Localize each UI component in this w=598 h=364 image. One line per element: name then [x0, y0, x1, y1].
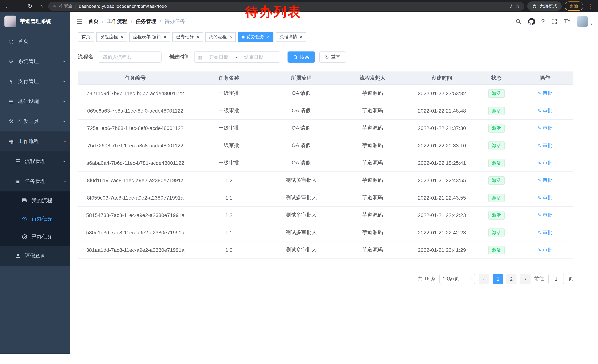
security-label: 不安全	[59, 3, 73, 9]
process-name-input[interactable]	[98, 51, 162, 63]
chevron-down-icon: ›	[62, 161, 67, 162]
tab-流程详情[interactable]: 流程详情×	[276, 32, 306, 42]
start-date-input[interactable]	[204, 54, 234, 60]
sidebar-item-基础设施[interactable]: ▤基础设施›	[0, 91, 70, 112]
help-icon[interactable]: ?	[541, 18, 545, 25]
tab-我的流程[interactable]: 我的流程×	[205, 32, 236, 42]
approve-link[interactable]: ✎审批	[537, 90, 552, 97]
incognito-badge: 无痕模式	[527, 1, 562, 11]
font-size-icon[interactable]: TT	[564, 18, 570, 25]
status-badge: 激活	[488, 106, 505, 115]
table-cell: 580e1b3d-7ac8-11ec-a9e2-a2380e71991a	[78, 230, 193, 235]
sidebar-item-任务管理[interactable]: ▣任务管理›	[0, 171, 70, 191]
approve-link[interactable]: ✎审批	[537, 125, 552, 131]
forward-button[interactable]: →	[15, 2, 23, 10]
status-badge: 激活	[488, 176, 505, 185]
tab-流程表单-编辑[interactable]: 流程表单-编辑×	[129, 32, 170, 42]
sidebar-item-首页[interactable]: ◷首页	[0, 32, 70, 51]
next-page-button[interactable]: ›	[520, 274, 531, 284]
table-cell: 芋道源码	[337, 125, 408, 131]
password-key-icon[interactable]: ⚷	[509, 3, 513, 9]
reset-button[interactable]: ↻ 重置	[319, 51, 346, 63]
tab-close-icon[interactable]: ×	[164, 34, 166, 39]
sidebar-item-已办任务[interactable]: 已办任务	[0, 228, 70, 246]
task-table: 任务编号任务名称所属流程流程发起人创建时间状态操作 73211d9d-7b9b-…	[78, 72, 573, 259]
prev-page-button[interactable]: ‹	[479, 274, 489, 284]
tab-close-icon[interactable]: ×	[196, 34, 199, 39]
active-tab-dot	[242, 35, 245, 38]
table-row: 8f0d1619-7ac8-11ec-a9e2-a2380e71991a1.2测…	[78, 172, 573, 189]
task-icon: ▣	[14, 178, 22, 185]
sidebar-item-流程管理[interactable]: ☰流程管理›	[0, 152, 70, 171]
tab-发起流程[interactable]: 发起流程×	[96, 32, 127, 42]
approve-link[interactable]: ✎审批	[537, 247, 552, 253]
table-body: 73211d9d-7b9b-11ec-b5b7-acde48001122一级审批…	[78, 85, 573, 259]
approve-link[interactable]: ✎审批	[537, 229, 552, 236]
action-cell: ✎审批	[517, 90, 573, 97]
sidebar-item-支付管理[interactable]: ¥支付管理›	[0, 72, 70, 91]
goto-page-input[interactable]	[548, 274, 564, 284]
search-icon[interactable]	[515, 18, 521, 24]
breadcrumb-item[interactable]: 任务管理	[136, 18, 156, 25]
sidebar: 芋道管理系统 ◷首页⚙系统管理›¥支付管理›▤基础设施›⚒研发工具›▦工作流程›…	[0, 12, 70, 354]
end-date-input[interactable]	[239, 54, 269, 60]
table-cell: 2022-01-22 18:25:41	[408, 160, 476, 166]
table-cell: 1.2	[193, 247, 265, 253]
approve-link[interactable]: ✎审批	[537, 212, 552, 218]
logo-avatar	[4, 16, 16, 27]
sidebar-item-工作流程[interactable]: ▦工作流程›	[0, 131, 70, 152]
table-cell: 一级审批	[193, 142, 265, 149]
edit-icon: ✎	[537, 212, 541, 218]
tab-close-icon[interactable]: ×	[120, 34, 123, 39]
breadcrumb-item[interactable]: 首页	[88, 18, 99, 25]
page-button-1[interactable]: 1	[493, 274, 503, 284]
reload-button[interactable]: ↻	[26, 2, 34, 10]
table-cell: 069c6a63-7b8a-11ec-8ef0-acde48001122	[78, 108, 193, 114]
tab-close-icon[interactable]: ×	[300, 34, 303, 39]
tab-close-icon[interactable]: ×	[229, 34, 232, 39]
edit-icon: ✎	[537, 247, 541, 252]
search-button[interactable]: 搜索	[288, 51, 315, 63]
approve-link[interactable]: ✎审批	[537, 107, 552, 114]
breadcrumb: 首页/工作流程/任务管理/待办任务	[88, 18, 185, 25]
breadcrumb-item[interactable]: 工作流程	[107, 18, 127, 25]
page-size-select[interactable]: 10条/页 ›	[440, 274, 475, 284]
fullscreen-icon[interactable]	[551, 18, 557, 24]
tab-待办任务[interactable]: 待办任务×	[238, 32, 274, 42]
date-range-picker[interactable]: ▦ -	[194, 51, 280, 63]
sidebar-item-我的流程[interactable]: 我的流程	[0, 191, 70, 210]
browser-menu-icon[interactable]: ⋮	[586, 3, 594, 9]
table-cell: 381aa1dd-7ac8-11ec-a9e2-a2380e71991a	[78, 247, 193, 253]
back-button[interactable]: ←	[4, 2, 12, 10]
tab-已办任务[interactable]: 已办任务×	[172, 32, 203, 42]
user-avatar[interactable]	[577, 16, 588, 27]
workflow-icon: ▦	[8, 138, 15, 145]
home-button[interactable]: ⌂	[37, 2, 45, 10]
bookmark-star-icon[interactable]: ☆	[515, 3, 520, 9]
approve-link[interactable]: ✎审批	[537, 142, 552, 149]
create-time-label: 创建时间	[169, 54, 190, 60]
sidebar-fold-icon[interactable]: ☰	[76, 17, 82, 25]
update-button[interactable]: 更新	[565, 1, 583, 11]
table-cell: 芋道源码	[337, 142, 408, 149]
approve-link[interactable]: ✎审批	[537, 160, 552, 166]
tab-close-icon[interactable]: ×	[267, 34, 270, 39]
app-logo[interactable]: 芋道管理系统	[0, 12, 70, 31]
sidebar-item-系统管理[interactable]: ⚙系统管理›	[0, 51, 70, 72]
page-url: dashboard.yudao.iocoder.cn/bpm/task/todo	[79, 4, 167, 9]
avatar-caret-icon[interactable]: ▾	[590, 22, 592, 26]
breadcrumb-separator: /	[131, 18, 132, 24]
approve-link[interactable]: ✎审批	[537, 194, 552, 201]
pagination: 共 16 条 10条/页 › ‹ 12 › 前往 页	[78, 274, 573, 284]
address-bar[interactable]: ⚠ 不安全 | dashboard.yudao.iocoder.cn/bpm/t…	[48, 2, 524, 11]
tab-首页[interactable]: 首页	[78, 32, 94, 42]
sidebar-item-请假查询[interactable]: 请假查询	[0, 246, 70, 266]
infra-icon: ▤	[8, 98, 15, 105]
sidebar-item-待办任务[interactable]: 待办任务	[0, 210, 70, 228]
page-button-2[interactable]: 2	[506, 274, 516, 284]
github-icon[interactable]	[528, 18, 534, 25]
submenu: ☰流程管理›▣任务管理›我的流程待办任务已办任务请假查询	[0, 152, 70, 266]
sidebar-item-研发工具[interactable]: ⚒研发工具›	[0, 112, 70, 131]
approve-link[interactable]: ✎审批	[537, 177, 552, 184]
action-cell: ✎审批	[517, 160, 573, 166]
